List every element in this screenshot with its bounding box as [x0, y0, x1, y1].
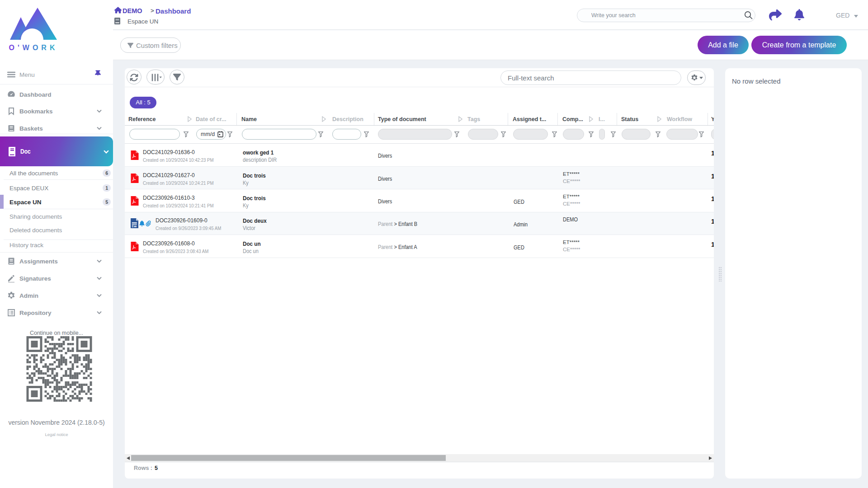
svg-text:w: w	[133, 224, 137, 228]
svg-text:O'WORK: O'WORK	[9, 44, 57, 51]
